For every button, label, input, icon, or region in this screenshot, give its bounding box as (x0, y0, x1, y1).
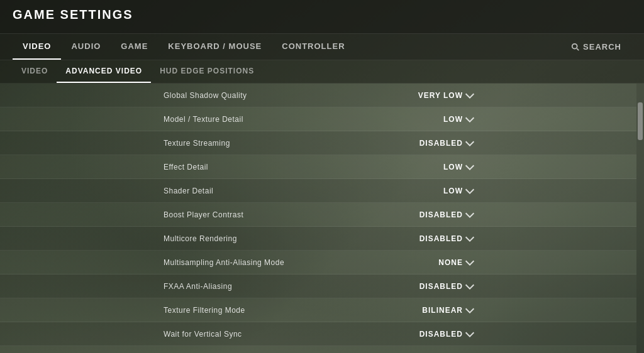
setting-row-model-texture: Model / Texture Detail LOW (0, 107, 636, 131)
setting-label-shader-detail: Shader Detail (164, 187, 213, 195)
setting-value-text-model-texture: LOW (443, 115, 463, 124)
nav-item-video[interactable]: Video (13, 34, 61, 60)
sub-nav-hud-edge[interactable]: HUD Edge Positions (151, 60, 263, 83)
main-nav: Video Audio Game Keyboard / Mouse Contro… (0, 34, 644, 60)
sub-nav: Video Advanced Video HUD Edge Positions (0, 60, 644, 84)
nav-item-audio[interactable]: Audio (61, 34, 111, 60)
page-title: GAME SETTINGS (13, 8, 631, 22)
chevron-down-icon (465, 257, 474, 266)
setting-value-model-texture[interactable]: LOW (443, 115, 473, 124)
chevron-down-icon (465, 305, 474, 313)
chevron-down-icon (465, 329, 474, 337)
svg-line-1 (577, 48, 579, 50)
setting-row-msaa: Multisampling Anti-Aliasing Mode NONE (0, 251, 636, 274)
setting-value-text-shader-detail: LOW (443, 187, 463, 195)
setting-value-shader-detail[interactable]: LOW (443, 187, 473, 195)
setting-value-text-msaa: NONE (438, 258, 463, 267)
setting-row-fxaa: FXAA Anti-Aliasing DISABLED (0, 274, 636, 298)
setting-value-text-boost-player-contrast: DISABLED (419, 210, 463, 219)
setting-label-multicore-rendering: Multicore Rendering (164, 234, 237, 243)
chevron-down-icon (465, 138, 474, 146)
setting-value-text-multicore-rendering: DISABLED (419, 234, 463, 243)
nav-item-controller[interactable]: Controller (272, 34, 355, 60)
scrollbar-thumb[interactable] (638, 102, 643, 140)
chevron-down-icon (465, 209, 474, 218)
setting-value-text-effect-detail: LOW (443, 163, 463, 171)
chevron-down-icon (465, 114, 474, 122)
setting-row-shader-detail: Shader Detail LOW (0, 179, 636, 203)
setting-value-text-texture-streaming: DISABLED (419, 139, 463, 148)
chevron-down-icon (465, 281, 474, 290)
setting-label-boost-player-contrast: Boost Player Contrast (164, 210, 243, 219)
setting-label-vsync: Wait for Vertical Sync (164, 330, 242, 339)
setting-row-global-shadow: Global Shadow Quality VERY LOW (0, 84, 636, 107)
scrollbar[interactable] (636, 84, 644, 353)
setting-value-vsync[interactable]: DISABLED (419, 330, 473, 339)
header: GAME SETTINGS (0, 0, 644, 34)
search-icon (571, 43, 580, 52)
settings-panel: Global Shadow Quality VERY LOW Model / T… (0, 84, 636, 353)
svg-point-0 (572, 43, 577, 48)
setting-row-texture-filtering: Texture Filtering Mode BILINEAR (0, 298, 636, 322)
chevron-down-icon (465, 233, 474, 242)
setting-value-text-vsync: DISABLED (419, 330, 463, 339)
setting-value-text-texture-filtering: BILINEAR (422, 306, 463, 315)
setting-value-msaa[interactable]: NONE (438, 258, 473, 267)
setting-value-fxaa[interactable]: DISABLED (419, 282, 473, 291)
setting-label-msaa: Multisampling Anti-Aliasing Mode (164, 258, 284, 267)
search-nav-item[interactable]: Search (561, 35, 631, 59)
setting-row-boost-player-contrast: Boost Player Contrast DISABLED (0, 203, 636, 227)
setting-row-vsync: Wait for Vertical Sync DISABLED (0, 322, 636, 346)
sub-nav-advanced-video[interactable]: Advanced Video (57, 60, 151, 83)
setting-label-model-texture: Model / Texture Detail (164, 115, 243, 124)
setting-value-boost-player-contrast[interactable]: DISABLED (419, 210, 473, 219)
setting-value-multicore-rendering[interactable]: DISABLED (419, 234, 473, 243)
nav-item-game[interactable]: Game (111, 34, 158, 60)
content-area: Global Shadow Quality VERY LOW Model / T… (0, 84, 644, 353)
setting-value-effect-detail[interactable]: LOW (443, 163, 473, 171)
setting-row-texture-streaming: Texture Streaming DISABLED (0, 131, 636, 155)
nav-item-keyboard-mouse[interactable]: Keyboard / Mouse (158, 34, 272, 60)
chevron-down-icon (465, 90, 474, 99)
chevron-down-icon (465, 185, 474, 194)
sub-nav-video[interactable]: Video (13, 60, 57, 83)
setting-value-texture-streaming[interactable]: DISABLED (419, 139, 473, 148)
setting-value-text-global-shadow: VERY LOW (418, 91, 463, 100)
setting-label-texture-filtering: Texture Filtering Mode (164, 306, 245, 315)
search-label: Search (583, 42, 621, 52)
setting-value-global-shadow[interactable]: VERY LOW (418, 91, 473, 100)
setting-row-multicore-rendering: Multicore Rendering DISABLED (0, 227, 636, 251)
chevron-down-icon (465, 161, 474, 170)
setting-row-effect-detail: Effect Detail LOW (0, 155, 636, 179)
setting-label-effect-detail: Effect Detail (164, 163, 208, 171)
setting-label-texture-streaming: Texture Streaming (164, 139, 230, 148)
setting-value-texture-filtering[interactable]: BILINEAR (422, 306, 473, 315)
setting-row-motion-blur: Motion Blur DISABLED (0, 346, 636, 353)
setting-value-text-fxaa: DISABLED (419, 282, 463, 291)
setting-label-global-shadow: Global Shadow Quality (164, 91, 247, 100)
setting-label-fxaa: FXAA Anti-Aliasing (164, 282, 232, 291)
